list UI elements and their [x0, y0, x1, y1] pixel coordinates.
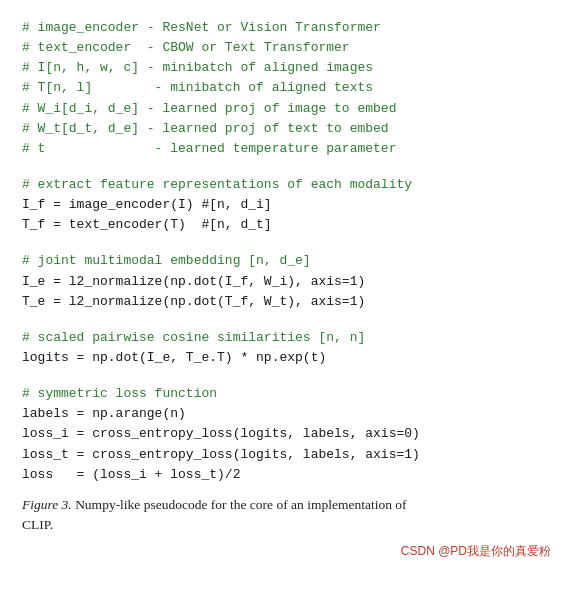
section3: # scaled pairwise cosine similarities [n…: [22, 328, 551, 368]
section2-code-0: I_e = l2_normalize(np.dot(I_f, W_i), axi…: [22, 274, 365, 289]
comment-line-7: # t - learned temperature parameter: [22, 141, 396, 156]
section4-code-3: loss = (loss_i + loss_t)/2: [22, 467, 240, 482]
comment-line-6: # W_t[d_t, d_e] - learned proj of text t…: [22, 121, 389, 136]
comment-line-4: # T[n, l] - minibatch of aligned texts: [22, 80, 373, 95]
comment-line-5: # W_i[d_i, d_e] - learned proj of image …: [22, 101, 396, 116]
section2-comment: # joint multimodal embedding [n, d_e]: [22, 253, 311, 268]
comment-line-1: # image_encoder - ResNet or Vision Trans…: [22, 20, 381, 35]
section1: # extract feature representations of eac…: [22, 175, 551, 235]
section4-code-2: loss_t = cross_entropy_loss(logits, labe…: [22, 447, 420, 462]
watermark: CSDN @PD我是你的真爱粉: [22, 543, 551, 560]
section1-code-0: I_f = image_encoder(I) #[n, d_i]: [22, 197, 272, 212]
section4-comment: # symmetric loss function: [22, 386, 217, 401]
section4-code-1: loss_i = cross_entropy_loss(logits, labe…: [22, 426, 420, 441]
comment-line-2: # text_encoder - CBOW or Text Transforme…: [22, 40, 350, 55]
section1-comment: # extract feature representations of eac…: [22, 177, 412, 192]
section4-code-0: labels = np.arange(n): [22, 406, 186, 421]
figure-label: Figure 3.: [22, 497, 72, 512]
comment-line-3: # I[n, h, w, c] - minibatch of aligned i…: [22, 60, 373, 75]
section2: # joint multimodal embedding [n, d_e] I_…: [22, 251, 551, 311]
comments-block: # image_encoder - ResNet or Vision Trans…: [22, 18, 551, 159]
section4: # symmetric loss function labels = np.ar…: [22, 384, 551, 485]
figure-caption: Figure 3. Numpy-like pseudocode for the …: [22, 495, 422, 536]
code-container: # image_encoder - ResNet or Vision Trans…: [22, 18, 551, 485]
section2-code-1: T_e = l2_normalize(np.dot(T_f, W_t), axi…: [22, 294, 365, 309]
section3-code-0: logits = np.dot(I_e, T_e.T) * np.exp(t): [22, 350, 326, 365]
section1-code-1: T_f = text_encoder(T) #[n, d_t]: [22, 217, 272, 232]
section3-comment: # scaled pairwise cosine similarities [n…: [22, 330, 365, 345]
caption-text: Numpy-like pseudocode for the core of an…: [22, 497, 407, 532]
